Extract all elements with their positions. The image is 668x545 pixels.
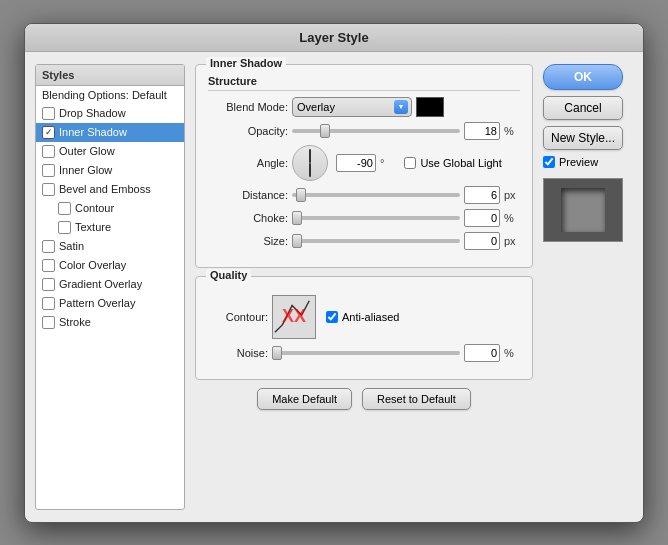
inner-shadow-label: Inner Shadow — [59, 126, 127, 138]
sidebar-item-texture[interactable]: Texture — [36, 218, 184, 237]
choke-slider-wrapper — [292, 211, 460, 225]
inner-shadow-checkbox[interactable] — [42, 126, 55, 139]
gradient-overlay-checkbox[interactable] — [42, 278, 55, 291]
opacity-slider-wrapper — [292, 124, 460, 138]
contour-thumbnail[interactable]: XX — [272, 295, 316, 339]
anti-aliased-checkbox[interactable] — [326, 311, 338, 323]
drop-shadow-label: Drop Shadow — [59, 107, 126, 119]
quality-section: Quality Contour: XX Anti-aliased — [195, 276, 533, 380]
distance-input[interactable] — [464, 186, 500, 204]
use-global-light-checkbox[interactable] — [404, 157, 416, 169]
distance-slider[interactable] — [292, 193, 460, 197]
reset-to-default-button[interactable]: Reset to Default — [362, 388, 471, 410]
sidebar-item-outer-glow[interactable]: Outer Glow — [36, 142, 184, 161]
sidebar-item-inner-shadow[interactable]: Inner Shadow — [36, 123, 184, 142]
anti-aliased-row: Anti-aliased — [326, 311, 399, 323]
noise-unit: % — [504, 347, 520, 359]
angle-dial[interactable] — [292, 145, 328, 181]
blending-label: Blending Options: Default — [42, 89, 167, 101]
new-style-button[interactable]: New Style... — [543, 126, 623, 150]
outer-glow-checkbox[interactable] — [42, 145, 55, 158]
styles-panel: Styles Blending Options: Default Drop Sh… — [35, 64, 185, 510]
stroke-checkbox[interactable] — [42, 316, 55, 329]
use-global-light-row: Use Global Light — [404, 157, 501, 169]
pattern-overlay-checkbox[interactable] — [42, 297, 55, 310]
sidebar-item-contour[interactable]: Contour — [36, 199, 184, 218]
size-input[interactable] — [464, 232, 500, 250]
contour-checkbox[interactable] — [58, 202, 71, 215]
color-overlay-checkbox[interactable] — [42, 259, 55, 272]
preview-checkbox[interactable] — [543, 156, 555, 168]
contour-label: Contour — [75, 202, 114, 214]
quality-section-label: Quality — [206, 269, 251, 281]
make-default-button[interactable]: Make Default — [257, 388, 352, 410]
angle-input[interactable] — [336, 154, 376, 172]
satin-checkbox[interactable] — [42, 240, 55, 253]
layer-style-dialog: Layer Style Styles Blending Options: Def… — [24, 23, 644, 523]
distance-unit: px — [504, 189, 520, 201]
noise-slider-wrapper — [272, 346, 460, 360]
choke-input[interactable] — [464, 209, 500, 227]
structure-section: Inner Shadow Structure Blend Mode: Overl… — [195, 64, 533, 268]
section-label-inner-shadow: Inner Shadow — [206, 57, 286, 69]
texture-checkbox[interactable] — [58, 221, 71, 234]
noise-input[interactable] — [464, 344, 500, 362]
gradient-overlay-label: Gradient Overlay — [59, 278, 142, 290]
sidebar-item-gradient-overlay[interactable]: Gradient Overlay — [36, 275, 184, 294]
sidebar-item-bevel-emboss[interactable]: Bevel and Emboss — [36, 180, 184, 199]
sidebar-item-blending[interactable]: Blending Options: Default — [36, 86, 184, 104]
right-panel: OK Cancel New Style... Preview — [543, 64, 633, 510]
preview-row: Preview — [543, 156, 633, 168]
blend-mode-select-wrapper: Overlay Normal Multiply Screen — [292, 97, 412, 117]
opacity-input[interactable] — [464, 122, 500, 140]
distance-slider-wrapper — [292, 188, 460, 202]
sidebar-item-satin[interactable]: Satin — [36, 237, 184, 256]
noise-row: Noise: % — [208, 344, 520, 362]
noise-label: Noise: — [208, 347, 268, 359]
inner-glow-label: Inner Glow — [59, 164, 112, 176]
angle-row: Angle: ° Use Global Light — [208, 145, 520, 181]
blend-mode-label: Blend Mode: — [208, 101, 288, 113]
size-row: Size: px — [208, 232, 520, 250]
noise-slider[interactable] — [272, 351, 460, 355]
styles-panel-header: Styles — [36, 65, 184, 86]
drop-shadow-checkbox[interactable] — [42, 107, 55, 120]
sidebar-item-drop-shadow[interactable]: Drop Shadow — [36, 104, 184, 123]
size-slider[interactable] — [292, 239, 460, 243]
cancel-button[interactable]: Cancel — [543, 96, 623, 120]
contour-row: Contour: XX Anti-aliased — [208, 295, 520, 339]
center-panel: Inner Shadow Structure Blend Mode: Overl… — [195, 64, 533, 510]
inner-glow-checkbox[interactable] — [42, 164, 55, 177]
opacity-row: Opacity: % — [208, 122, 520, 140]
sidebar-item-pattern-overlay[interactable]: Pattern Overlay — [36, 294, 184, 313]
blend-mode-select[interactable]: Overlay Normal Multiply Screen — [292, 97, 412, 117]
blend-mode-row: Blend Mode: Overlay Normal Multiply Scre… — [208, 97, 520, 117]
outer-glow-label: Outer Glow — [59, 145, 115, 157]
texture-label: Texture — [75, 221, 111, 233]
opacity-label: Opacity: — [208, 125, 288, 137]
opacity-slider[interactable] — [292, 129, 460, 133]
sidebar-item-color-overlay[interactable]: Color Overlay — [36, 256, 184, 275]
choke-label: Choke: — [208, 212, 288, 224]
pattern-overlay-label: Pattern Overlay — [59, 297, 135, 309]
size-label: Size: — [208, 235, 288, 247]
preview-inner-box — [561, 188, 605, 232]
choke-slider[interactable] — [292, 216, 460, 220]
degree-symbol: ° — [380, 157, 384, 169]
size-unit: px — [504, 235, 520, 247]
ok-button[interactable]: OK — [543, 64, 623, 90]
quality-contour-label: Contour: — [208, 311, 268, 323]
sidebar-item-stroke[interactable]: Stroke — [36, 313, 184, 332]
sidebar-item-inner-glow[interactable]: Inner Glow — [36, 161, 184, 180]
distance-row: Distance: px — [208, 186, 520, 204]
color-overlay-label: Color Overlay — [59, 259, 126, 271]
opacity-unit: % — [504, 125, 520, 137]
blend-color-swatch[interactable] — [416, 97, 444, 117]
preview-box — [543, 178, 623, 242]
use-global-light-label: Use Global Light — [420, 157, 501, 169]
bevel-emboss-checkbox[interactable] — [42, 183, 55, 196]
satin-label: Satin — [59, 240, 84, 252]
structure-sublabel: Structure — [208, 75, 520, 91]
stroke-label: Stroke — [59, 316, 91, 328]
anti-aliased-label: Anti-aliased — [342, 311, 399, 323]
